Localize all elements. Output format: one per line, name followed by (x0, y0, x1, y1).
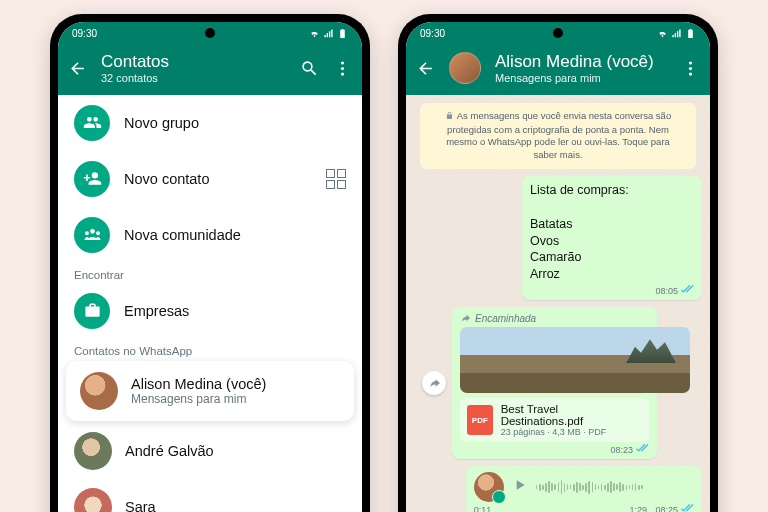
contact-name: Sara (125, 499, 156, 512)
avatar (74, 488, 112, 512)
businesses-label: Empresas (124, 303, 189, 319)
svg-point-4 (689, 67, 692, 70)
more-button[interactable] (681, 59, 700, 78)
voice-elapsed: 0:11 (474, 505, 492, 512)
message-time: 08:23 (610, 445, 633, 455)
back-button[interactable] (68, 59, 87, 78)
svg-point-5 (689, 72, 692, 75)
chat-subtitle: Mensagens para mim (495, 72, 667, 85)
file-name: Best Travel Destinations.pdf (501, 403, 642, 427)
status-icons (657, 28, 696, 39)
forwarded-label: Encaminhada (460, 313, 649, 324)
add-contact-icon (74, 161, 110, 197)
forward-small-icon (460, 313, 471, 324)
voice-total: 1:29 (629, 505, 647, 512)
phone-contacts: 09:30 Contatos 32 contatos (50, 14, 370, 512)
voice-avatar (474, 472, 504, 502)
contacts-section-label: Contatos no WhatsApp (58, 339, 362, 359)
new-group-row[interactable]: Novo grupo (58, 95, 362, 151)
status-time: 09:30 (420, 28, 445, 39)
contact-row[interactable]: André Galvão (58, 423, 362, 479)
encryption-notice[interactable]: As mensagens que você envia nesta conver… (420, 103, 696, 169)
read-ticks-icon (681, 504, 694, 512)
forward-button[interactable] (422, 371, 446, 395)
waveform[interactable] (536, 478, 710, 496)
forward-icon (428, 377, 441, 390)
svg-point-0 (341, 61, 344, 64)
contact-name: Alison Medina (você) (131, 376, 266, 392)
message-time: 08:05 (655, 286, 678, 296)
svg-point-3 (689, 61, 692, 64)
read-ticks-icon (636, 444, 649, 455)
message-text[interactable]: Lista de compras: Batatas Ovos Camarão A… (522, 176, 702, 300)
read-ticks-icon (681, 285, 694, 296)
status-time: 09:30 (72, 28, 97, 39)
back-button[interactable] (416, 59, 435, 78)
avatar (80, 372, 118, 410)
contact-name: André Galvão (125, 443, 214, 459)
play-icon (512, 477, 528, 493)
lock-icon (445, 111, 454, 124)
search-icon (300, 59, 319, 78)
chat-avatar (449, 52, 481, 84)
qr-icon (326, 169, 346, 189)
qr-button[interactable] (326, 169, 346, 189)
community-icon (74, 217, 110, 253)
play-button[interactable] (512, 477, 528, 497)
svg-point-2 (341, 72, 344, 75)
contacts-list: Novo grupo Novo contato Nova comunidade … (58, 95, 362, 512)
wifi-icon (309, 28, 320, 39)
chat-title: Alison Medina (você) (495, 52, 667, 72)
header-title: Contatos (101, 52, 286, 72)
more-vert-icon (333, 59, 352, 78)
find-section-label: Encontrar (58, 263, 362, 283)
phone-chat: 09:30 Alison Medina (você) Mensagens par… (398, 14, 718, 512)
avatar (74, 432, 112, 470)
svg-point-1 (341, 67, 344, 70)
search-button[interactable] (300, 59, 319, 78)
new-community-label: Nova comunidade (124, 227, 241, 243)
businesses-row[interactable]: Empresas (58, 283, 362, 339)
status-icons (309, 28, 348, 39)
attachment-image[interactable] (460, 327, 690, 393)
chat-header[interactable]: Alison Medina (você) Mensagens para mim (406, 44, 710, 95)
camera-notch (553, 28, 563, 38)
message-time: 08:25 (655, 505, 678, 512)
pdf-attachment[interactable]: PDF Best Travel Destinations.pdf 23 pági… (460, 398, 649, 442)
contact-row[interactable]: Sara (58, 479, 362, 512)
new-group-label: Novo grupo (124, 115, 199, 131)
battery-icon (337, 28, 348, 39)
message-body: Lista de compras: Batatas Ovos Camarão A… (530, 182, 694, 283)
group-icon (74, 105, 110, 141)
pdf-icon: PDF (467, 405, 493, 435)
encryption-text: As mensagens que você envia nesta conver… (446, 110, 671, 160)
battery-icon (685, 28, 696, 39)
camera-notch (205, 28, 215, 38)
contact-self[interactable]: Alison Medina (você) Mensagens para mim (66, 361, 354, 421)
wifi-icon (657, 28, 668, 39)
new-community-row[interactable]: Nova comunidade (58, 207, 362, 263)
message-voice[interactable]: 0:11 1:29 08:25 (466, 466, 702, 512)
contact-sub: Mensagens para mim (131, 392, 266, 406)
more-vert-icon (681, 59, 700, 78)
signal-icon (323, 28, 334, 39)
contacts-header: Contatos 32 contatos (58, 44, 362, 95)
file-details: 23 páginas · 4,3 MB · PDF (501, 427, 642, 437)
chat-body[interactable]: As mensagens que você envia nesta conver… (406, 95, 710, 512)
message-attachment[interactable]: Encaminhada PDF Best Travel Destinations… (452, 307, 657, 459)
new-contact-row[interactable]: Novo contato (58, 151, 362, 207)
signal-icon (671, 28, 682, 39)
new-contact-label: Novo contato (124, 171, 209, 187)
more-button[interactable] (333, 59, 352, 78)
business-icon (74, 293, 110, 329)
header-subtitle: 32 contatos (101, 72, 286, 85)
